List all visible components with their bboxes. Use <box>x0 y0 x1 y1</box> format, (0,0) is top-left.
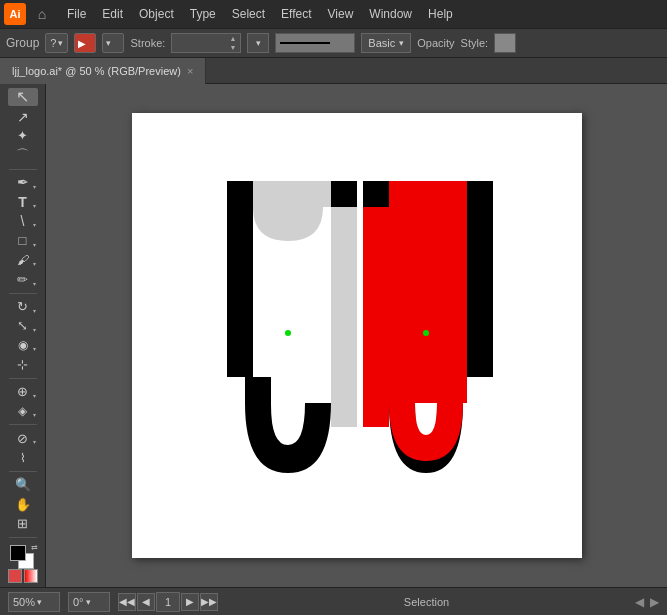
nav-prev-btn[interactable]: ◀ <box>137 593 155 611</box>
line-btn[interactable]: \ ▾ <box>8 212 38 230</box>
blend-btn[interactable]: ◈ ▾ <box>8 402 38 420</box>
separator-6 <box>9 537 37 538</box>
line-icon: \ <box>21 213 25 229</box>
type-btn[interactable]: T ▾ <box>8 193 38 211</box>
status-text: Selection <box>404 596 449 608</box>
paintbrush-btn[interactable]: 🖌 ▾ <box>8 251 38 269</box>
menu-type[interactable]: Type <box>183 5 223 23</box>
eyedropper-btn[interactable]: ⊘ ▾ <box>8 429 38 447</box>
svg-rect-31 <box>389 207 467 403</box>
eyedropper-icon: ⊘ <box>17 431 28 446</box>
gradient-fill-btn[interactable] <box>8 569 22 583</box>
free-transform-btn[interactable]: ⊹ <box>8 355 38 373</box>
fill-color-box[interactable] <box>10 545 26 561</box>
zoom-value: 50% <box>13 596 35 608</box>
menu-file[interactable]: File <box>60 5 93 23</box>
artboard-icon: ⊞ <box>17 516 28 531</box>
menu-edit[interactable]: Edit <box>95 5 130 23</box>
tab-filename: ljj_logo.ai* @ 50 % (RGB/Preview) <box>12 65 181 77</box>
document-tab[interactable]: ljj_logo.ai* @ 50 % (RGB/Preview) × <box>0 58 206 84</box>
warp-btn[interactable]: ◉ ▾ <box>8 336 38 354</box>
style-box[interactable] <box>494 33 516 53</box>
hand-btn[interactable]: ✋ <box>8 495 38 513</box>
scale-icon: ⤡ <box>17 318 28 333</box>
separator-5 <box>9 471 37 472</box>
status-right-arrow[interactable]: ▶ <box>650 595 659 609</box>
canvas-area[interactable] <box>46 84 667 587</box>
svg-rect-23 <box>227 181 253 377</box>
shape-builder-icon: ⊕ <box>17 384 28 399</box>
svg-rect-29 <box>389 181 467 207</box>
measure-btn[interactable]: ⌇ <box>8 448 38 466</box>
lasso-btn[interactable]: ⌒ <box>8 146 38 164</box>
none-fill-btn[interactable] <box>24 569 38 583</box>
rotate-dropdown[interactable]: 0° ▾ <box>68 592 110 612</box>
brush-style-dropdown[interactable]: Basic ▾ <box>361 33 411 53</box>
stroke-label: Stroke: <box>130 37 165 49</box>
isolate-btn[interactable]: ▶ <box>74 33 96 53</box>
magic-wand-icon: ✦ <box>17 128 28 143</box>
svg-point-33 <box>423 330 429 336</box>
separator-3 <box>9 378 37 379</box>
selection-tool-icon: ↖ <box>16 89 29 105</box>
artboard <box>132 113 582 558</box>
fill-stroke-row <box>8 569 38 583</box>
pen-icon: ✒ <box>17 174 29 190</box>
group-dropdown[interactable]: ? ▾ <box>45 33 68 53</box>
zoom-dropdown[interactable]: 50% ▾ <box>8 592 60 612</box>
blend-icon: ◈ <box>18 404 27 418</box>
nav-next-btn[interactable]: ▶ <box>181 593 199 611</box>
style-label: Style: <box>461 37 489 49</box>
pen-btn[interactable]: ✒ ▾ <box>8 173 38 191</box>
direct-selection-btn[interactable]: ↗ <box>8 107 38 125</box>
pencil-btn[interactable]: ✏ ▾ <box>8 270 38 288</box>
rotate-dropdown-arrow: ▾ <box>86 597 91 607</box>
zoom-btn[interactable]: 🔍 <box>8 476 38 494</box>
hand-icon: ✋ <box>15 497 31 512</box>
group-label: Group <box>6 36 39 50</box>
app-logo: Ai <box>4 3 26 25</box>
opacity-label: Opacity <box>417 37 454 49</box>
svg-rect-24 <box>253 181 331 207</box>
logo-artwork <box>132 113 582 558</box>
menu-view[interactable]: View <box>321 5 361 23</box>
left-toolbar: ↖ ↗ ✦ ⌒ ✒ ▾ T ▾ \ ▾ □ <box>0 84 46 587</box>
status-nav-arrows: ◀ ▶ <box>635 595 659 609</box>
zoom-dropdown-arrow: ▾ <box>37 597 42 607</box>
nav-last-btn[interactable]: ▶▶ <box>200 593 218 611</box>
menu-help[interactable]: Help <box>421 5 460 23</box>
type-icon: T <box>18 194 27 210</box>
menu-select[interactable]: Select <box>225 5 272 23</box>
home-icon[interactable]: ⌂ <box>32 4 52 24</box>
magic-wand-btn[interactable]: ✦ <box>8 127 38 145</box>
tab-bar: ljj_logo.ai* @ 50 % (RGB/Preview) × <box>0 58 667 84</box>
stroke-dropdown[interactable]: ▾ <box>102 33 124 53</box>
artboard-btn[interactable]: ⊞ <box>8 514 38 532</box>
rect-btn[interactable]: □ ▾ <box>8 231 38 249</box>
rect-icon: □ <box>19 233 27 248</box>
menu-bar: Ai ⌂ File Edit Object Type Select Effect… <box>0 0 667 28</box>
zoom-icon: 🔍 <box>15 477 31 492</box>
measure-icon: ⌇ <box>20 451 26 465</box>
shape-builder-btn[interactable]: ⊕ ▾ <box>8 383 38 401</box>
color-indicators: ⇄ <box>8 543 38 566</box>
stroke-field[interactable]: ▲ ▼ <box>171 33 241 53</box>
menu-object[interactable]: Object <box>132 5 181 23</box>
nav-buttons: ◀◀ ◀ 1 ▶ ▶▶ <box>118 592 218 612</box>
rotate-btn[interactable]: ↻ ▾ <box>8 297 38 315</box>
nav-first-btn[interactable]: ◀◀ <box>118 593 136 611</box>
separator-4 <box>9 424 37 425</box>
scale-btn[interactable]: ⤡ ▾ <box>8 317 38 335</box>
separator-1 <box>9 169 37 170</box>
stroke-color-preview[interactable] <box>275 33 355 53</box>
lasso-icon: ⌒ <box>16 146 29 164</box>
paintbrush-icon: 🖌 <box>17 253 29 267</box>
status-left-arrow[interactable]: ◀ <box>635 595 644 609</box>
stroke-options-dropdown[interactable]: ▾ <box>247 33 269 53</box>
swap-colors-icon[interactable]: ⇄ <box>31 543 38 552</box>
menu-effect[interactable]: Effect <box>274 5 318 23</box>
menu-window[interactable]: Window <box>362 5 419 23</box>
tab-close-button[interactable]: × <box>187 65 193 77</box>
selection-tool-btn[interactable]: ↖ <box>8 88 38 106</box>
svg-rect-28 <box>467 181 493 377</box>
